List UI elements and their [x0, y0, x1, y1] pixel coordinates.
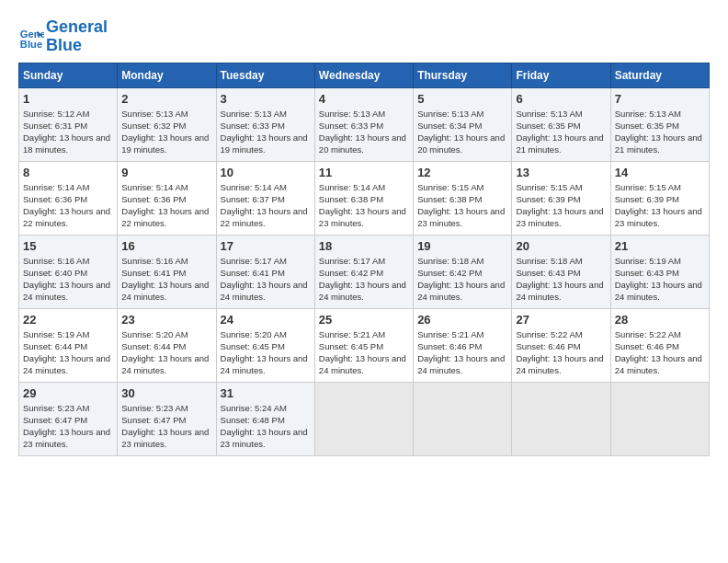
day-info: Sunrise: 5:19 AM Sunset: 6:43 PM Dayligh… [615, 255, 705, 304]
calendar-cell: 13 Sunrise: 5:15 AM Sunset: 6:39 PM Dayl… [512, 161, 610, 235]
day-info: Sunrise: 5:15 AM Sunset: 6:39 PM Dayligh… [615, 181, 705, 230]
calendar-cell: 31 Sunrise: 5:24 AM Sunset: 6:48 PM Dayl… [216, 382, 314, 455]
day-number: 31 [221, 386, 311, 400]
day-info: Sunrise: 5:19 AM Sunset: 6:44 PM Dayligh… [23, 328, 113, 377]
calendar-body: 1 Sunrise: 5:12 AM Sunset: 6:31 PM Dayli… [19, 87, 710, 455]
calendar-cell: 11 Sunrise: 5:14 AM Sunset: 6:38 PM Dayl… [314, 161, 413, 235]
day-info: Sunrise: 5:20 AM Sunset: 6:44 PM Dayligh… [121, 328, 211, 377]
calendar-cell: 8 Sunrise: 5:14 AM Sunset: 6:36 PM Dayli… [19, 161, 118, 235]
day-number: 13 [516, 166, 606, 179]
day-number: 2 [121, 92, 211, 106]
calendar-cell: 1 Sunrise: 5:12 AM Sunset: 6:31 PM Dayli… [19, 87, 118, 161]
calendar-cell: 16 Sunrise: 5:16 AM Sunset: 6:41 PM Dayl… [118, 235, 216, 308]
day-info: Sunrise: 5:13 AM Sunset: 6:34 PM Dayligh… [417, 108, 507, 156]
calendar-week-1: 1 Sunrise: 5:12 AM Sunset: 6:31 PM Dayli… [19, 87, 710, 161]
day-info: Sunrise: 5:21 AM Sunset: 6:46 PM Dayligh… [417, 328, 507, 377]
header-day-tuesday: Tuesday [216, 63, 314, 87]
day-info: Sunrise: 5:14 AM Sunset: 6:36 PM Dayligh… [121, 181, 211, 230]
day-number: 27 [516, 313, 606, 327]
header-day-thursday: Thursday [414, 63, 512, 87]
day-number: 6 [516, 92, 606, 106]
calendar-cell [512, 382, 610, 455]
calendar-cell [414, 382, 512, 455]
calendar-cell: 23 Sunrise: 5:20 AM Sunset: 6:44 PM Dayl… [118, 308, 216, 382]
svg-text:General: General [20, 29, 44, 40]
calendar-week-4: 22 Sunrise: 5:19 AM Sunset: 6:44 PM Dayl… [19, 308, 710, 382]
day-number: 17 [221, 239, 311, 253]
calendar-cell: 29 Sunrise: 5:23 AM Sunset: 6:47 PM Dayl… [19, 382, 118, 455]
day-number: 4 [319, 92, 409, 106]
day-number: 21 [615, 239, 705, 253]
calendar-week-3: 15 Sunrise: 5:16 AM Sunset: 6:40 PM Dayl… [19, 235, 710, 308]
day-number: 11 [319, 166, 409, 179]
day-info: Sunrise: 5:14 AM Sunset: 6:37 PM Dayligh… [221, 181, 311, 230]
day-info: Sunrise: 5:21 AM Sunset: 6:45 PM Dayligh… [319, 328, 409, 377]
day-number: 28 [615, 313, 705, 327]
day-number: 9 [121, 166, 211, 179]
day-info: Sunrise: 5:24 AM Sunset: 6:48 PM Dayligh… [221, 402, 311, 451]
calendar-cell: 26 Sunrise: 5:21 AM Sunset: 6:46 PM Dayl… [414, 308, 512, 382]
day-number: 19 [417, 239, 507, 253]
calendar-cell: 25 Sunrise: 5:21 AM Sunset: 6:45 PM Dayl… [314, 308, 413, 382]
calendar-cell: 18 Sunrise: 5:17 AM Sunset: 6:42 PM Dayl… [314, 235, 413, 308]
day-number: 14 [615, 166, 705, 179]
header-day-monday: Monday [118, 63, 216, 87]
calendar-cell: 14 Sunrise: 5:15 AM Sunset: 6:39 PM Dayl… [610, 161, 709, 235]
day-info: Sunrise: 5:13 AM Sunset: 6:32 PM Dayligh… [121, 108, 211, 156]
page-header: General Blue GeneralBlue [18, 18, 710, 55]
calendar-cell: 15 Sunrise: 5:16 AM Sunset: 6:40 PM Dayl… [19, 235, 118, 308]
day-info: Sunrise: 5:23 AM Sunset: 6:47 PM Dayligh… [121, 402, 211, 451]
day-info: Sunrise: 5:16 AM Sunset: 6:40 PM Dayligh… [23, 255, 113, 304]
day-info: Sunrise: 5:22 AM Sunset: 6:46 PM Dayligh… [516, 328, 606, 377]
day-number: 15 [23, 239, 113, 253]
day-number: 1 [23, 92, 113, 106]
day-info: Sunrise: 5:18 AM Sunset: 6:43 PM Dayligh… [516, 255, 606, 304]
calendar-cell: 17 Sunrise: 5:17 AM Sunset: 6:41 PM Dayl… [216, 235, 314, 308]
day-number: 30 [121, 386, 211, 400]
calendar-cell: 4 Sunrise: 5:13 AM Sunset: 6:33 PM Dayli… [314, 87, 413, 161]
calendar-header: SundayMondayTuesdayWednesdayThursdayFrid… [19, 63, 710, 87]
calendar-cell: 5 Sunrise: 5:13 AM Sunset: 6:34 PM Dayli… [414, 87, 512, 161]
day-number: 12 [417, 166, 507, 179]
logo: General Blue GeneralBlue [18, 18, 108, 55]
calendar-cell: 22 Sunrise: 5:19 AM Sunset: 6:44 PM Dayl… [19, 308, 118, 382]
calendar-cell: 7 Sunrise: 5:13 AM Sunset: 6:35 PM Dayli… [610, 87, 709, 161]
header-day-wednesday: Wednesday [314, 63, 413, 87]
day-number: 16 [121, 239, 211, 253]
day-number: 5 [417, 92, 507, 106]
calendar-cell: 24 Sunrise: 5:20 AM Sunset: 6:45 PM Dayl… [216, 308, 314, 382]
day-number: 18 [319, 239, 409, 253]
day-info: Sunrise: 5:13 AM Sunset: 6:33 PM Dayligh… [221, 108, 311, 156]
header-day-saturday: Saturday [610, 63, 709, 87]
calendar-week-5: 29 Sunrise: 5:23 AM Sunset: 6:47 PM Dayl… [19, 382, 710, 455]
day-number: 23 [121, 313, 211, 327]
calendar-cell: 20 Sunrise: 5:18 AM Sunset: 6:43 PM Dayl… [512, 235, 610, 308]
logo-text: GeneralBlue [46, 18, 108, 55]
calendar-cell: 9 Sunrise: 5:14 AM Sunset: 6:36 PM Dayli… [118, 161, 216, 235]
calendar-cell [314, 382, 413, 455]
calendar-cell: 19 Sunrise: 5:18 AM Sunset: 6:42 PM Dayl… [414, 235, 512, 308]
day-number: 26 [417, 313, 507, 327]
day-number: 10 [221, 166, 311, 179]
svg-text:Blue: Blue [20, 39, 42, 50]
calendar-cell: 6 Sunrise: 5:13 AM Sunset: 6:35 PM Dayli… [512, 87, 610, 161]
calendar-cell: 21 Sunrise: 5:19 AM Sunset: 6:43 PM Dayl… [610, 235, 709, 308]
day-number: 24 [221, 313, 311, 327]
day-info: Sunrise: 5:13 AM Sunset: 6:33 PM Dayligh… [319, 108, 409, 156]
header-row: SundayMondayTuesdayWednesdayThursdayFrid… [19, 63, 710, 87]
day-info: Sunrise: 5:12 AM Sunset: 6:31 PM Dayligh… [23, 108, 113, 156]
day-info: Sunrise: 5:14 AM Sunset: 6:36 PM Dayligh… [23, 181, 113, 230]
calendar-cell: 10 Sunrise: 5:14 AM Sunset: 6:37 PM Dayl… [216, 161, 314, 235]
day-number: 8 [23, 166, 113, 179]
day-number: 25 [319, 313, 409, 327]
day-info: Sunrise: 5:14 AM Sunset: 6:38 PM Dayligh… [319, 181, 409, 230]
day-info: Sunrise: 5:18 AM Sunset: 6:42 PM Dayligh… [417, 255, 507, 304]
day-number: 7 [615, 92, 705, 106]
header-day-friday: Friday [512, 63, 610, 87]
calendar-week-2: 8 Sunrise: 5:14 AM Sunset: 6:36 PM Dayli… [19, 161, 710, 235]
day-info: Sunrise: 5:22 AM Sunset: 6:46 PM Dayligh… [615, 328, 705, 377]
header-day-sunday: Sunday [19, 63, 118, 87]
calendar-cell [610, 382, 709, 455]
calendar-cell: 30 Sunrise: 5:23 AM Sunset: 6:47 PM Dayl… [118, 382, 216, 455]
day-info: Sunrise: 5:17 AM Sunset: 6:42 PM Dayligh… [319, 255, 409, 304]
